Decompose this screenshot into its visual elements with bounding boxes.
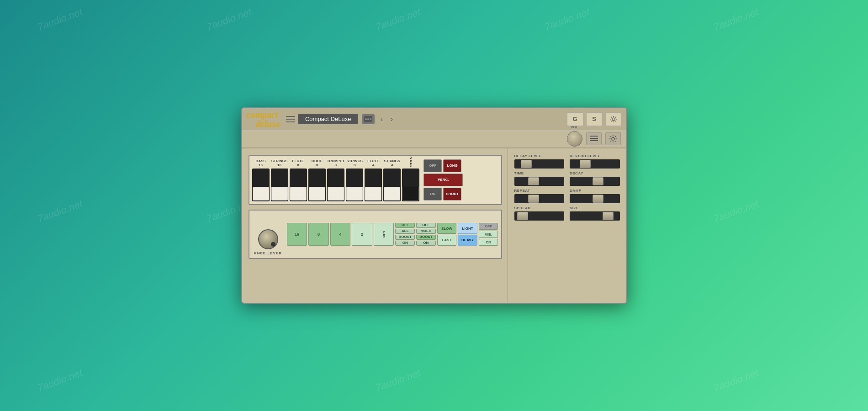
perc-section: OFF LONG PERC. ON SHORT [423,158,463,201]
speed-fast-button[interactable]: FAST [437,235,457,246]
reverb-level-thumb[interactable] [580,160,591,168]
left-panel: BASS16 STRINGS16 FLUTE8 [242,148,508,303]
spread-thumb[interactable] [517,212,528,220]
midi-icon[interactable] [362,114,375,124]
delay-level-thumb[interactable] [521,160,532,168]
reverb-level-group: REVERB LEVEL [570,154,620,169]
svg-point-1 [365,118,367,120]
time-decay-row: TIME DECAY [514,171,620,186]
all-boost-boost-button[interactable]: BOOST [395,235,415,240]
all-boost-on-button[interactable]: ON [395,241,415,246]
prev-preset-button[interactable]: ‹ [376,114,386,124]
speed-slow-button[interactable]: SLOW [437,223,457,234]
heavy-button[interactable]: HEAVY [458,235,477,246]
size-thumb[interactable] [603,212,614,220]
spread-size-row: SPREAD SIZE [514,206,620,221]
knee-4-button[interactable]: 4 [330,223,351,245]
vol-knob[interactable] [567,131,582,147]
time-label: TIME [514,171,565,175]
next-preset-button[interactable]: › [386,114,397,124]
reverb-level-label: REVERB LEVEL [570,154,620,158]
logo-line1: compact [247,110,278,120]
menu-icon[interactable] [286,116,295,122]
all-boost-all-button[interactable]: ALL [395,229,415,234]
drawbar-slot-strings4[interactable] [383,169,401,201]
damp-group: DAMP [570,189,620,203]
drawbar-2-23: 2 2 3 [402,156,419,201]
reverb-level-slider[interactable] [570,159,620,169]
preset-name[interactable]: Compact DeLuxe [298,114,358,124]
decay-slider[interactable] [570,177,620,186]
knee-23-button[interactable]: 2 3 [374,223,394,245]
gear-button[interactable] [605,132,621,145]
drawbar-strings4: STRINGS4 [383,159,401,201]
vib-on-button[interactable]: ON [479,239,498,246]
time-group: TIME [514,171,565,186]
drawbar-slot-2-23[interactable] [402,169,419,201]
knee-16-button[interactable]: 16 [287,223,307,245]
s-button[interactable]: S [586,112,603,126]
drawbar-strings16: STRINGS16 [271,159,288,201]
multi-boost-on-button[interactable]: ON [416,241,436,246]
drawbar-slot-oboe8[interactable] [308,169,326,201]
damp-thumb[interactable] [593,195,603,203]
vib-off-button[interactable]: OFF [479,223,498,230]
knee-lever-text: KNEE LEVER [254,251,282,255]
svg-point-3 [370,118,371,120]
repeat-slider[interactable] [514,194,565,203]
svg-rect-5 [590,136,598,137]
decay-label: DECAY [570,171,620,175]
perc-main-button[interactable]: PERC. [423,174,463,186]
svg-point-2 [367,118,369,120]
vib-vib-button[interactable]: VIB. [479,231,498,237]
drawbar-slot-flute4[interactable] [365,169,382,201]
delay-level-slider[interactable] [514,159,565,169]
right-panel: DELAY LEVEL REVERB LEVEL TIME [508,148,626,303]
svg-point-4 [612,118,615,121]
perc-short-button[interactable]: SHORT [443,188,461,200]
spread-slider[interactable] [514,211,565,221]
svg-point-8 [612,137,614,140]
drawbar-slot-strings16[interactable] [271,169,288,201]
svg-rect-7 [590,140,598,141]
multi-boost-multi-button[interactable]: MULTI [416,229,436,234]
multi-boost-off-button[interactable]: OFF [416,223,436,228]
repeat-group: REPEAT [514,189,565,203]
drawbar-slot-bass16[interactable] [252,169,270,201]
knee-8-button[interactable]: 8 [308,223,329,245]
perc-on-button[interactable]: ON [423,188,442,200]
drawbar-flute8-1: FLUTE8 [290,159,307,201]
drawbar-strings8: STRINGS8 [346,159,363,201]
drawbar-slot-strings8[interactable] [346,169,363,201]
g-button[interactable]: G [567,112,583,126]
knee-lever-label: KNEE LEVER [252,213,284,255]
list-button[interactable] [586,132,602,145]
repeat-thumb[interactable] [528,195,539,203]
settings-button[interactable] [605,112,622,126]
drawbar-oboe8: OBOE8 [308,159,326,201]
plugin-window: compact deluxe Compact DeLuxe ‹ › G S [241,107,627,304]
perc-off-button[interactable]: OFF [423,159,442,172]
delay-reverb-row: DELAY LEVEL REVERB LEVEL [514,154,620,169]
drawbar-slot-flute8-1[interactable] [290,169,307,201]
perc-long-button[interactable]: LONG [443,159,461,172]
size-group: SIZE [570,206,620,221]
speed-group: SLOW FAST [437,223,457,245]
multi-boost-boost-button[interactable]: BOOST [416,235,436,240]
decay-group: DECAY [570,171,620,186]
time-slider[interactable] [514,177,565,186]
knee-2-button[interactable]: 2 [352,223,372,245]
spread-group: SPREAD [514,206,565,221]
svg-rect-6 [590,138,598,139]
size-slider[interactable] [570,211,620,221]
damp-slider[interactable] [570,194,620,203]
drawbar-slot-trumpet8[interactable] [327,169,344,201]
all-boost-off-button[interactable]: OFF [395,223,415,228]
drawbar-trumpet8: TRUMPET8 [327,159,345,201]
knee-lever-knob[interactable] [258,229,278,249]
repeat-label: REPEAT [514,189,565,193]
light-button[interactable]: LIGHT [458,223,477,234]
repeat-damp-row: REPEAT DAMP [514,189,620,203]
decay-thumb[interactable] [593,177,603,185]
time-thumb[interactable] [528,177,539,185]
